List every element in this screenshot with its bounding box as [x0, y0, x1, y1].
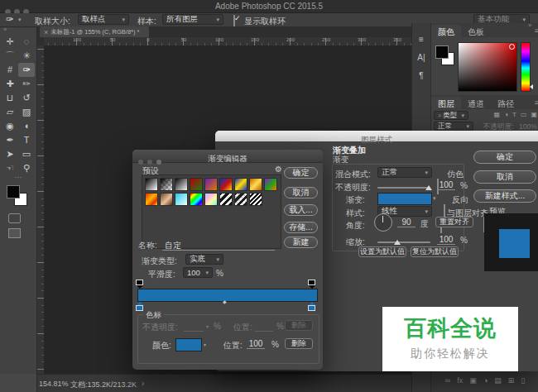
chevron-down-icon[interactable]: ▾	[204, 342, 206, 347]
gradient-type-dropdown[interactable]: 实底 ▾	[185, 254, 223, 265]
gradient-preset-swatch[interactable]	[190, 193, 203, 206]
filter-pixel-layers-icon[interactable]: ▦	[494, 111, 501, 118]
hue-slider[interactable]	[521, 42, 531, 92]
gradient-preset-swatch[interactable]	[204, 193, 218, 206]
gradient-cancel-button[interactable]: 取消	[284, 187, 318, 198]
foreground-color-swatch[interactable]	[7, 185, 20, 198]
sample-size-dropdown[interactable]: 取样点 ▾	[78, 14, 129, 25]
tab-paths[interactable]: 路径	[491, 97, 521, 109]
gradient-preset-swatch[interactable]	[145, 178, 158, 191]
gradient-preset-swatch[interactable]	[234, 193, 247, 206]
status-menu-chevron-icon[interactable]: ›	[142, 379, 144, 388]
make-default-button[interactable]: 设置为默认值	[358, 246, 406, 257]
gradient-preset-swatch[interactable]	[175, 193, 188, 206]
adjustment-layer-icon[interactable]: ◑	[483, 376, 488, 385]
screen-mode-icon[interactable]	[8, 228, 21, 238]
delete-layer-icon[interactable]: ▯	[521, 376, 525, 385]
delete-color-stop-button[interactable]: 删除	[285, 338, 313, 349]
blend-mode-dropdown[interactable]: 正常 ▾	[434, 122, 473, 131]
color-field-marker[interactable]	[509, 44, 515, 50]
opacity-stop-left[interactable]	[136, 280, 143, 288]
color-location-value[interactable]: 100	[247, 339, 265, 349]
crop-tool[interactable]: #	[2, 63, 18, 77]
shape-tool[interactable]: ▭	[18, 147, 35, 161]
color-stop-left[interactable]	[136, 302, 143, 310]
toolbar-ellipsis-icon[interactable]: ···	[0, 173, 36, 181]
reset-align-button[interactable]: 重置对齐	[435, 217, 473, 227]
reset-default-button[interactable]: 复位为默认值	[411, 246, 459, 257]
smoothness-dropdown[interactable]: 100 ▾	[183, 267, 213, 278]
character-panel-icon[interactable]: A|	[412, 53, 430, 62]
lasso-tool[interactable]: ⌒	[2, 49, 18, 63]
panel-menu-icon[interactable]: ≡	[535, 97, 538, 109]
gear-icon[interactable]: ⚙	[275, 165, 282, 174]
sample-dropdown[interactable]: 所有图层 ▾	[162, 14, 223, 25]
link-layers-icon[interactable]: ∞	[445, 376, 450, 385]
gradient-editor-titlebar[interactable]: 渐变编辑器	[132, 150, 323, 163]
gradient-tool[interactable]: ▨	[18, 105, 35, 119]
gradient-preset-swatch[interactable]	[160, 193, 173, 206]
marquee-tool[interactable]: ◌	[18, 35, 35, 49]
stop-color-swatch[interactable]	[175, 338, 202, 351]
chevron-down-icon[interactable]: ▾	[433, 195, 436, 202]
layer-style-cancel-button[interactable]: 取消	[473, 170, 536, 184]
layer-filter-dropdown[interactable]: ⌕ 类型 ▾	[434, 111, 468, 120]
gradient-preset-swatch[interactable]	[249, 193, 262, 206]
hue-marker[interactable]	[530, 84, 533, 89]
scale-slider[interactable]	[377, 241, 430, 243]
move-tool[interactable]: ✛	[2, 35, 18, 49]
ls-opacity-slider[interactable]	[377, 187, 430, 189]
gradient-save-button[interactable]: 存储...	[284, 222, 318, 233]
tab-color[interactable]: 颜色	[431, 25, 461, 37]
gradient-preset-swatch[interactable]	[175, 178, 188, 191]
type-tool[interactable]: T	[18, 133, 35, 147]
opacity-stop-right[interactable]	[308, 280, 315, 288]
gradient-preset-swatch[interactable]	[190, 178, 203, 191]
ls-blend-mode-dropdown[interactable]: 正常 ▾	[377, 167, 432, 178]
blur-tool[interactable]: ◉	[2, 119, 18, 133]
scale-value[interactable]: 100	[437, 235, 455, 245]
ls-gradient-swatch[interactable]	[377, 193, 432, 205]
document-tab[interactable]: × 未标题-1 @ 155% (C, RGB/8*) *	[40, 26, 149, 37]
gradient-ok-button[interactable]: 确定	[284, 167, 318, 179]
healing-brush-tool[interactable]: ✚	[2, 77, 18, 91]
new-layer-icon[interactable]: ⊞	[508, 376, 515, 385]
gradient-preview-bar[interactable]	[137, 289, 318, 302]
gradient-midpoint-icon[interactable]: ◆	[223, 299, 227, 304]
tab-swatches[interactable]: 色板	[461, 25, 491, 37]
new-style-button[interactable]: 新建样式...	[473, 189, 536, 203]
gradient-preset-swatch[interactable]	[249, 178, 262, 191]
gradient-new-button[interactable]: 新建	[284, 237, 318, 248]
paragraph-panel-icon[interactable]: ¶	[412, 71, 430, 80]
panel-menu-icon[interactable]: ≡	[535, 25, 538, 37]
filter-smart-objects-icon[interactable]: ▣	[531, 111, 537, 118]
adjustments-panel-icon[interactable]: ≡	[412, 35, 430, 44]
tool-preset-caret-icon[interactable]: ▾	[18, 17, 22, 23]
angle-dial[interactable]	[374, 213, 392, 232]
gradient-preset-swatch[interactable]	[160, 178, 173, 191]
history-brush-tool[interactable]: ↺	[18, 91, 35, 105]
eyedropper-tool[interactable]: ✑	[18, 63, 35, 77]
filter-shape-layers-icon[interactable]: ▭	[521, 111, 527, 118]
quick-mask-icon[interactable]	[8, 213, 21, 223]
layer-style-ok-button[interactable]: 确定	[473, 151, 536, 164]
gradient-preset-swatch[interactable]	[234, 178, 247, 191]
layer-opacity-value[interactable]: 100%	[519, 122, 537, 131]
gradient-preset-swatch[interactable]	[264, 178, 277, 191]
gradient-preset-swatch[interactable]	[219, 178, 233, 191]
tab-close-icon[interactable]: ×	[44, 28, 48, 36]
quick-selection-tool[interactable]: ✳	[18, 49, 35, 63]
current-tool-icon[interactable]: ✑	[6, 14, 13, 25]
zoom-level-field[interactable]: 154.81%	[39, 380, 69, 388]
panel-foreground-color-swatch[interactable]	[435, 45, 449, 59]
angle-value[interactable]: 90	[397, 218, 416, 227]
path-selection-tool[interactable]: ➤	[2, 147, 18, 161]
dodge-tool[interactable]: ◖	[18, 119, 35, 133]
brush-tool[interactable]: ✏	[18, 77, 35, 91]
tab-channels[interactable]: 通道	[461, 97, 491, 109]
color-stop-right[interactable]	[308, 302, 315, 310]
toolbar-collapse-icon[interactable]: «	[3, 26, 7, 33]
ls-opacity-value[interactable]: 100	[437, 180, 455, 190]
gradient-preset-swatch[interactable]	[204, 178, 218, 191]
filter-adjustment-layers-icon[interactable]: ◑	[504, 111, 508, 118]
